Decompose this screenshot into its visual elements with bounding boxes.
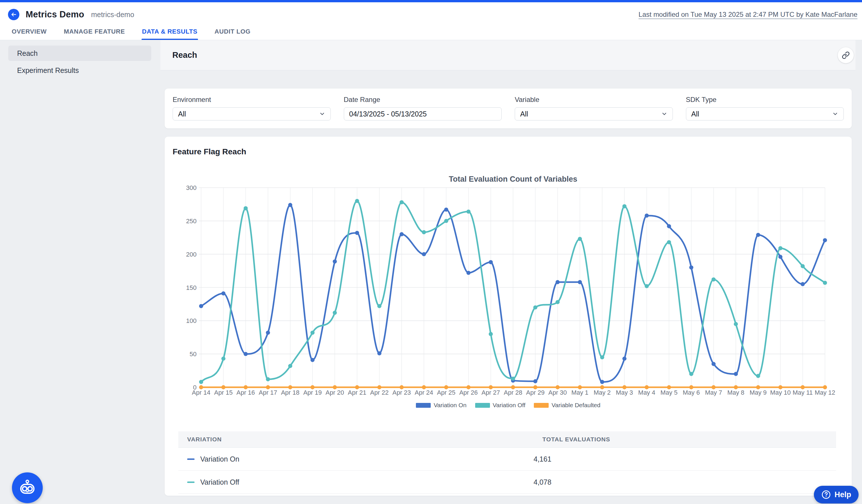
data-point[interactable] xyxy=(444,385,448,389)
data-point[interactable] xyxy=(689,265,693,269)
tab-overview[interactable]: OVERVIEW xyxy=(11,25,47,40)
data-point[interactable] xyxy=(711,277,716,281)
data-point[interactable] xyxy=(645,385,649,389)
data-point[interactable] xyxy=(801,264,805,268)
data-point[interactable] xyxy=(221,291,225,295)
data-point[interactable] xyxy=(422,252,426,256)
data-point[interactable] xyxy=(288,203,292,207)
data-point[interactable] xyxy=(600,385,604,389)
back-button[interactable] xyxy=(8,9,19,20)
data-point[interactable] xyxy=(756,385,760,389)
data-point[interactable] xyxy=(578,237,582,241)
sidebar-item-reach[interactable]: Reach xyxy=(8,45,151,61)
data-point[interactable] xyxy=(556,300,560,304)
data-point[interactable] xyxy=(823,281,827,285)
data-point[interactable] xyxy=(244,206,248,210)
data-point[interactable] xyxy=(689,372,693,376)
data-point[interactable] xyxy=(756,374,760,378)
tab-data-results[interactable]: DATA & RESULTS xyxy=(142,25,198,40)
data-point[interactable] xyxy=(377,352,381,355)
data-point[interactable] xyxy=(466,271,470,275)
data-point[interactable] xyxy=(244,385,248,389)
data-point[interactable] xyxy=(333,311,337,315)
help-button[interactable]: Help xyxy=(814,486,859,503)
data-point[interactable] xyxy=(801,385,805,389)
data-point[interactable] xyxy=(444,208,448,212)
data-point[interactable] xyxy=(756,233,760,237)
data-point[interactable] xyxy=(734,385,738,389)
data-point[interactable] xyxy=(600,380,604,384)
data-point[interactable] xyxy=(801,282,805,286)
data-point[interactable] xyxy=(199,380,203,384)
data-point[interactable] xyxy=(667,224,671,228)
data-point[interactable] xyxy=(734,372,738,376)
variable-select[interactable]: All xyxy=(515,107,673,120)
data-point[interactable] xyxy=(288,364,292,368)
data-point[interactable] xyxy=(623,204,626,208)
data-point[interactable] xyxy=(422,385,426,389)
data-point[interactable] xyxy=(199,304,203,308)
data-point[interactable] xyxy=(400,200,404,204)
data-point[interactable] xyxy=(221,357,225,360)
data-point[interactable] xyxy=(778,246,782,250)
environment-select[interactable]: All xyxy=(173,107,331,120)
data-point[interactable] xyxy=(489,385,493,389)
data-point[interactable] xyxy=(311,385,314,389)
date-range-input[interactable]: 04/13/2025 - 05/13/2025 xyxy=(344,107,502,120)
data-point[interactable] xyxy=(667,240,671,244)
data-point[interactable] xyxy=(689,385,693,389)
data-point[interactable] xyxy=(823,238,827,242)
data-point[interactable] xyxy=(355,199,359,203)
data-point[interactable] xyxy=(377,385,381,389)
data-point[interactable] xyxy=(400,385,404,389)
data-point[interactable] xyxy=(600,355,604,359)
data-point[interactable] xyxy=(333,385,337,389)
data-point[interactable] xyxy=(444,219,448,223)
data-point[interactable] xyxy=(466,210,470,214)
data-point[interactable] xyxy=(355,385,359,389)
data-point[interactable] xyxy=(422,230,426,234)
data-point[interactable] xyxy=(533,305,537,309)
data-point[interactable] xyxy=(266,331,270,335)
data-point[interactable] xyxy=(199,385,203,389)
data-point[interactable] xyxy=(645,284,649,288)
sdk-type-select[interactable]: All xyxy=(686,107,844,120)
data-point[interactable] xyxy=(333,260,337,263)
data-point[interactable] xyxy=(623,357,626,360)
data-point[interactable] xyxy=(578,385,582,389)
assistant-bot-button[interactable] xyxy=(12,473,43,503)
sidebar-item-experiment-results[interactable]: Experiment Results xyxy=(8,63,151,78)
data-point[interactable] xyxy=(221,385,225,389)
data-point[interactable] xyxy=(511,385,515,389)
data-point[interactable] xyxy=(533,385,537,389)
data-point[interactable] xyxy=(556,385,560,389)
data-point[interactable] xyxy=(734,322,738,326)
data-point[interactable] xyxy=(578,280,582,284)
legend-item-variation-on[interactable]: Variation On xyxy=(416,402,466,409)
data-point[interactable] xyxy=(311,331,314,335)
data-point[interactable] xyxy=(556,280,560,284)
data-point[interactable] xyxy=(466,385,470,389)
data-point[interactable] xyxy=(645,214,649,217)
data-point[interactable] xyxy=(778,255,782,259)
tab-audit-log[interactable]: AUDIT LOG xyxy=(214,25,251,40)
data-point[interactable] xyxy=(511,376,515,381)
data-point[interactable] xyxy=(311,358,314,362)
data-point[interactable] xyxy=(778,385,782,389)
data-point[interactable] xyxy=(623,385,626,389)
data-point[interactable] xyxy=(288,385,292,389)
data-point[interactable] xyxy=(667,385,671,389)
copy-link-button[interactable] xyxy=(838,47,854,63)
data-point[interactable] xyxy=(489,260,493,264)
data-point[interactable] xyxy=(711,362,716,366)
data-point[interactable] xyxy=(244,352,248,356)
data-point[interactable] xyxy=(377,304,381,308)
data-point[interactable] xyxy=(355,231,359,235)
legend-item-variation-off[interactable]: Variation Off xyxy=(475,402,525,409)
data-point[interactable] xyxy=(533,379,537,383)
legend-item-variable-defaulted[interactable]: Variable Defaulted xyxy=(534,402,600,409)
tab-manage-feature[interactable]: MANAGE FEATURE xyxy=(63,25,126,40)
data-point[interactable] xyxy=(266,385,270,389)
data-point[interactable] xyxy=(489,332,493,336)
data-point[interactable] xyxy=(400,232,404,236)
